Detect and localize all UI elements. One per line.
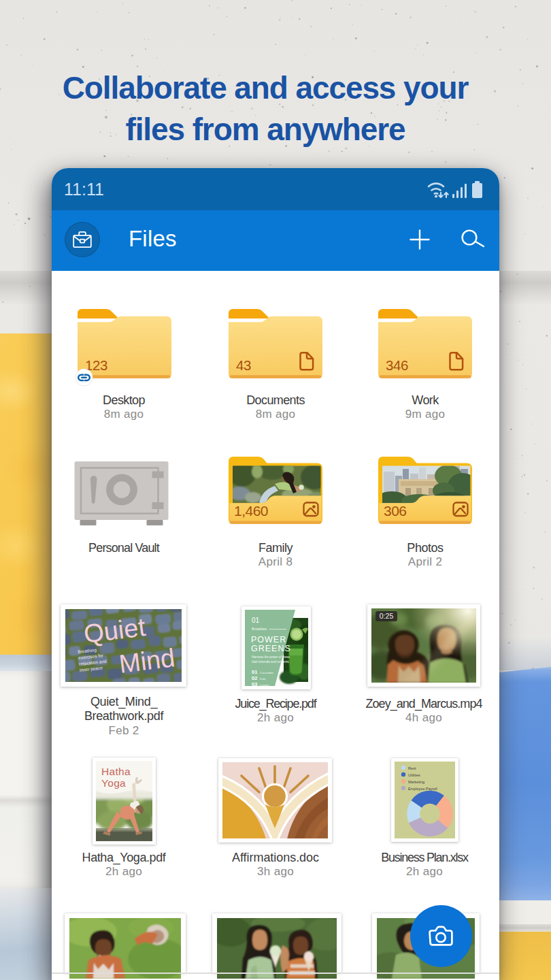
svg-text:Breakfast: Breakfast xyxy=(252,627,267,631)
svg-text:01: 01 xyxy=(252,617,260,624)
svg-text:Cucumber: Cucumber xyxy=(260,671,274,674)
svg-text:GREENS: GREENS xyxy=(251,644,291,653)
svg-text:43: 43 xyxy=(236,357,251,373)
svg-text:Yoga: Yoga xyxy=(101,777,126,789)
svg-text:1,460: 1,460 xyxy=(234,503,268,519)
svg-text:Marketing: Marketing xyxy=(408,780,424,784)
svg-text:Employee Payroll: Employee Payroll xyxy=(408,787,437,791)
svg-text:306: 306 xyxy=(384,503,407,519)
svg-text:vital minerals and nutrients.: vital minerals and nutrients. xyxy=(252,660,290,664)
svg-text:Kale: Kale xyxy=(260,677,266,681)
svg-text:Rent: Rent xyxy=(408,766,416,770)
svg-text:Harness the power of these: Harness the power of these xyxy=(252,655,290,659)
svg-text:Utilities: Utilities xyxy=(408,773,420,777)
svg-text:Hatha: Hatha xyxy=(101,766,131,777)
svg-text:POWER: POWER xyxy=(251,635,286,644)
svg-text:03: 03 xyxy=(252,681,257,687)
svg-text:01: 01 xyxy=(252,669,257,675)
svg-text:Lemon: Lemon xyxy=(260,683,269,687)
svg-text:346: 346 xyxy=(386,357,408,373)
